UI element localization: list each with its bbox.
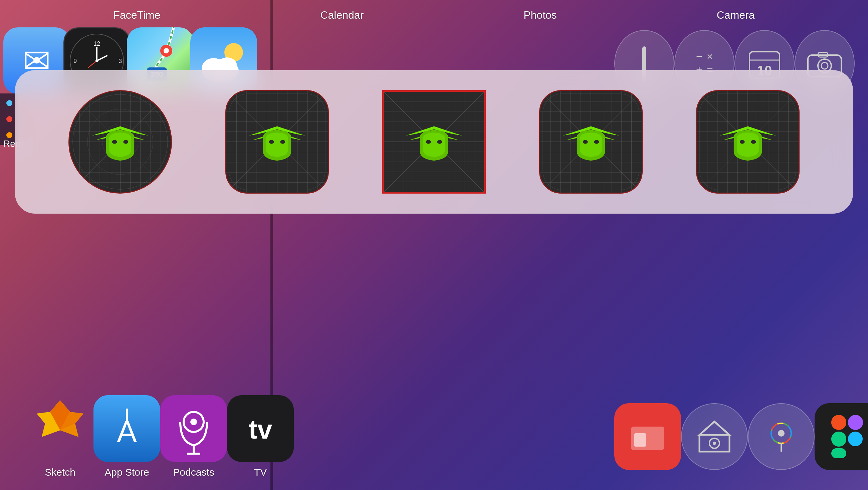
svg-point-106: [426, 140, 431, 144]
google-maps-icon-svg: [760, 415, 803, 458]
brand-logo-svg: [89, 117, 152, 167]
brand-logo-svg-4: [559, 117, 623, 167]
variant-rounded-icon-3[interactable]: [696, 90, 800, 193]
logo-circle: [87, 109, 153, 175]
appstore-icon-svg: A: [93, 395, 160, 462]
sketch-icon-svg: [27, 395, 93, 462]
svg-point-30: [821, 62, 828, 69]
google-maps-circle-icon[interactable]: [748, 403, 814, 470]
svg-point-83: [280, 140, 285, 144]
home-icon-svg: [693, 415, 736, 458]
svg-point-8: [95, 59, 98, 62]
variant-rounded-icon-1[interactable]: [225, 90, 329, 193]
svg-marker-177: [700, 422, 730, 452]
top-app-bar: FaceTime Calendar Photos Camera: [0, 0, 868, 30]
svg-text:×: ×: [707, 51, 713, 62]
podcasts-icon-svg: [160, 395, 227, 462]
bottom-right-icons: [601, 383, 868, 490]
variant-circle-icon[interactable]: [68, 90, 172, 193]
appstore-icon[interactable]: A: [93, 395, 160, 462]
sketch-icon[interactable]: [27, 395, 93, 462]
svg-point-107: [437, 140, 442, 144]
svg-point-185: [778, 430, 784, 437]
home-circle-icon[interactable]: [681, 403, 748, 470]
svg-point-190: [848, 432, 863, 446]
red-app-svg: [628, 417, 668, 457]
brand-logo-svg-3: [402, 117, 466, 167]
svg-marker-178: [700, 422, 730, 435]
red-app-icon[interactable]: [614, 403, 681, 470]
podcasts-app[interactable]: Podcasts: [160, 395, 227, 478]
svg-point-180: [713, 441, 716, 445]
podcasts-label: Podcasts: [173, 467, 214, 478]
bottom-right-app-1[interactable]: [614, 403, 681, 470]
figma-icon[interactable]: [814, 403, 868, 470]
tv-icon-svg: tv: [227, 395, 294, 462]
figma-icon-svg: [830, 413, 866, 460]
brand-logo-svg-5: [716, 117, 779, 167]
svg-point-13: [163, 48, 169, 53]
svg-rect-176: [634, 433, 646, 447]
variant-square-icon[interactable]: [382, 90, 486, 193]
photos-label: Photos: [524, 9, 557, 21]
svg-point-170: [190, 419, 197, 425]
svg-text:12: 12: [93, 40, 100, 47]
bottom-right-app-2[interactable]: [681, 403, 748, 470]
sketch-app[interactable]: Sketch: [27, 395, 93, 478]
svg-point-156: [740, 140, 745, 144]
svg-text:3: 3: [119, 58, 122, 64]
logo-square: [402, 110, 467, 175]
facetime-label: FaceTime: [113, 9, 160, 21]
svg-point-82: [269, 140, 274, 144]
calendar-label: Calendar: [320, 9, 364, 21]
icon-variant-popup: [15, 70, 853, 214]
podcasts-icon[interactable]: [160, 395, 227, 462]
svg-point-131: [583, 140, 588, 144]
logo-rounded-2: [558, 109, 624, 175]
logo-rounded-1: [244, 109, 310, 175]
svg-rect-187: [831, 415, 846, 430]
svg-text:tv: tv: [248, 415, 272, 444]
brand-logo-svg-2: [245, 117, 309, 167]
tv-icon[interactable]: tv: [227, 395, 294, 462]
sidebar-dot-red[interactable]: [6, 116, 12, 122]
svg-text:−: −: [696, 51, 703, 62]
tv-label: TV: [254, 467, 267, 478]
tv-app[interactable]: tv TV: [227, 395, 294, 478]
svg-point-58: [123, 140, 128, 144]
logo-rounded-3: [715, 109, 781, 175]
svg-point-157: [751, 140, 756, 144]
svg-rect-189: [831, 432, 846, 447]
bottom-right-app-4[interactable]: [814, 403, 868, 470]
sidebar-dot-orange[interactable]: [6, 132, 12, 138]
camera-label: Camera: [717, 9, 755, 21]
svg-point-57: [112, 140, 117, 144]
svg-point-132: [594, 140, 599, 144]
bottom-left-apps: Sketch A App Store: [0, 383, 274, 490]
svg-rect-188: [848, 415, 863, 430]
svg-rect-191: [831, 448, 846, 458]
sketch-label: Sketch: [45, 467, 75, 478]
variant-rounded-icon-2[interactable]: [539, 90, 643, 193]
appstore-label: App Store: [104, 467, 149, 478]
svg-text:9: 9: [73, 58, 77, 64]
sidebar-dot-blue[interactable]: [6, 100, 12, 106]
bottom-right-app-3[interactable]: [748, 403, 814, 470]
appstore-app[interactable]: A App Store: [93, 395, 160, 478]
